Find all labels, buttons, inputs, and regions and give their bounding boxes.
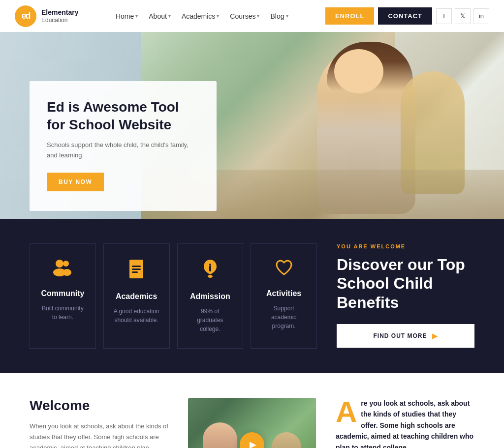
admission-icon: [201, 259, 219, 284]
nav-blog[interactable]: Blog ▾: [266, 10, 292, 22]
community-title: Community: [41, 289, 84, 298]
admission-title: Admission: [190, 292, 230, 301]
home-dropdown-arrow: ▾: [135, 13, 138, 19]
dark-features-section: Community Built community to learn. Acad…: [0, 219, 504, 373]
welcome-body: When you look at schools, ask about the …: [30, 421, 168, 448]
twitter-link[interactable]: 𝕏: [455, 8, 471, 24]
facebook-link[interactable]: f: [436, 8, 452, 24]
discover-title: Discover our Top School Child Benefits: [337, 255, 474, 312]
logo[interactable]: ed Elementary Education: [15, 5, 78, 27]
welcome-intro-text: A re you look at schools, ask about the …: [336, 398, 474, 448]
enroll-button[interactable]: ENROLL: [325, 7, 374, 25]
welcome-right-text: A re you look at schools, ask about the …: [336, 398, 474, 448]
svg-point-3: [63, 269, 71, 276]
hero-card: Ed is Awesome Tool for School Website Sc…: [30, 81, 217, 211]
courses-dropdown-arrow: ▾: [257, 13, 259, 19]
svg-rect-7: [132, 269, 141, 270]
welcome-video-thumbnail: ▶: [188, 398, 316, 448]
nav-links: Home ▾ About ▾ Academics ▾ Courses ▾ Blo…: [112, 10, 292, 22]
hero-title: Ed is Awesome Tool for School Website: [47, 98, 199, 134]
svg-rect-8: [132, 271, 138, 273]
buy-now-button[interactable]: BUY NOW: [47, 173, 104, 191]
community-icon: [52, 259, 73, 281]
nav-actions: ENROLL CONTACT f 𝕏 in: [325, 7, 489, 25]
svg-point-11: [209, 264, 211, 266]
nav-courses[interactable]: Courses ▾: [226, 10, 263, 22]
nav-home[interactable]: Home ▾: [112, 10, 142, 22]
feature-academics: Academics A good education should availa…: [103, 243, 170, 349]
svg-point-0: [56, 260, 63, 268]
academics-dropdown-arrow: ▾: [217, 13, 219, 19]
academics-desc: A good education should available.: [114, 307, 159, 325]
social-links: f 𝕏 in: [436, 8, 489, 24]
svg-rect-9: [209, 266, 211, 271]
discover-section: YOU ARE WELCOME Discover our Top School …: [317, 243, 474, 348]
feature-community: Community Built community to learn.: [30, 243, 96, 349]
academics-title: Academics: [116, 292, 158, 301]
play-icon: ▶: [250, 439, 256, 448]
svg-point-1: [63, 261, 69, 267]
hero-subtitle: Schools support the whole child, the chi…: [47, 140, 199, 161]
activities-desc: Support academic program.: [261, 304, 307, 330]
logo-text: Elementary Education: [41, 8, 78, 24]
drop-cap-letter: A: [336, 400, 357, 424]
activities-icon: [275, 259, 293, 281]
contact-button[interactable]: CONTACT: [378, 7, 432, 25]
navbar: ed Elementary Education Home ▾ About ▾ A…: [0, 0, 504, 32]
about-dropdown-arrow: ▾: [168, 13, 171, 19]
welcome-heading: Welcome: [30, 398, 168, 414]
nav-academics[interactable]: Academics ▾: [178, 10, 223, 22]
linkedin-link[interactable]: in: [473, 8, 489, 24]
welcome-left-content: Welcome When you look at schools, ask ab…: [30, 398, 168, 448]
feature-admission: Admission 99% of graduates college.: [177, 243, 244, 349]
video-thumbnail: ▶: [188, 398, 316, 448]
academics-icon: [127, 259, 145, 284]
svg-point-10: [208, 275, 213, 278]
admission-desc: 99% of graduates college.: [188, 307, 233, 333]
welcome-section: Welcome When you look at schools, ask ab…: [0, 373, 504, 448]
discover-tag: YOU ARE WELCOME: [337, 243, 474, 249]
activities-title: Activities: [266, 289, 301, 298]
blog-dropdown-arrow: ▾: [286, 13, 288, 19]
find-out-more-button[interactable]: FIND OUT MORE ▶: [337, 324, 474, 348]
find-out-arrow-icon: ▶: [432, 332, 438, 340]
nav-about[interactable]: About ▾: [145, 10, 175, 22]
svg-rect-6: [132, 266, 141, 267]
feature-cards-container: Community Built community to learn. Acad…: [30, 243, 317, 349]
logo-icon: ed: [15, 5, 36, 27]
feature-activities: Activities Support academic program.: [251, 243, 317, 349]
community-desc: Built community to learn.: [40, 304, 86, 322]
hero-section: Ed is Awesome Tool for School Website Sc…: [0, 32, 504, 219]
